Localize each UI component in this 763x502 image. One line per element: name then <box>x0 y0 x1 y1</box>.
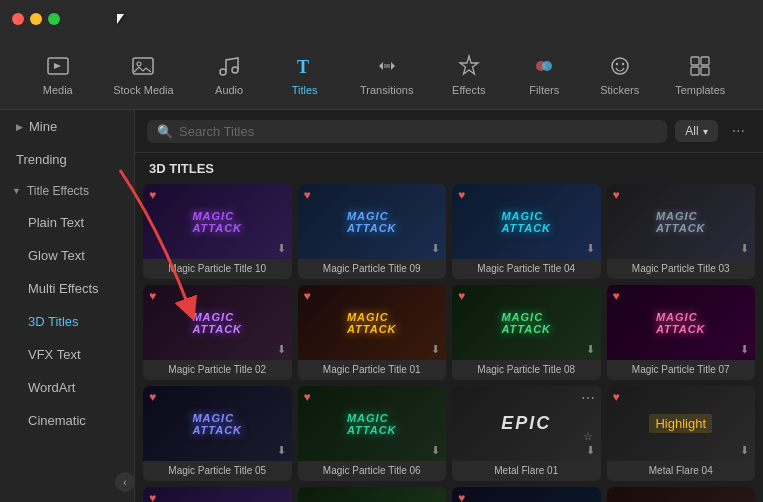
grid-item-mf04[interactable]: ♥ Highlight ⬇ Metal Flare 04 <box>607 386 756 481</box>
options-icon[interactable]: ⋯ <box>581 390 595 406</box>
heart-icon: ♥ <box>304 188 311 202</box>
download-icon[interactable]: ⬇ <box>586 444 595 457</box>
thumb-gf: Golden Flare <box>298 487 447 502</box>
sidebar-item-multi-effects[interactable]: Multi Effects <box>0 272 134 305</box>
download-icon[interactable]: ⬇ <box>277 444 286 457</box>
heart-icon: ♥ <box>613 289 620 303</box>
grid-item-pf[interactable]: ♥ PixelFlare Pixel Flare <box>452 487 601 502</box>
download-icon[interactable]: ⬇ <box>277 242 286 255</box>
toolbar-titles[interactable]: T Titles <box>275 46 335 102</box>
download-icon[interactable]: ⬇ <box>586 343 595 356</box>
toolbar-audio[interactable]: Audio <box>199 46 259 102</box>
sidebar-label-title-effects: Title Effects <box>27 184 89 198</box>
download-icon[interactable]: ⬇ <box>431 242 440 255</box>
item-label-mp01: Magic Particle Title 01 <box>298 360 447 380</box>
grid-item-mp08[interactable]: ♥ MAGICATTACK ⬇ Magic Particle Title 08 <box>452 285 601 380</box>
download-icon[interactable]: ⬇ <box>431 444 440 457</box>
item-label-mp04: Magic Particle Title 04 <box>452 259 601 279</box>
grid-item-gm[interactable]: GAME Game <box>607 487 756 502</box>
titles-icon: T <box>291 52 319 80</box>
more-options-button[interactable]: ··· <box>726 118 751 144</box>
grid-item-mp10[interactable]: ♥ MAGICATTACK ⬇ Magic Particle Title 10 <box>143 184 292 279</box>
thumb-mp08: ♥ MAGICATTACK ⬇ <box>452 285 601 360</box>
toolbar-filters[interactable]: Filters <box>514 46 574 102</box>
download-icon[interactable]: ⬇ <box>586 242 595 255</box>
grid-item-mp05[interactable]: ♥ MAGICATTACK ⬇ Magic Particle Title 05 <box>143 386 292 481</box>
maximize-button[interactable] <box>48 13 60 25</box>
minimize-button[interactable] <box>30 13 42 25</box>
sidebar-label-mine: Mine <box>29 119 57 134</box>
item-label-mf01: Metal Flare 01 <box>452 461 601 481</box>
sidebar-item-wordart[interactable]: WordArt <box>0 371 134 404</box>
download-icon[interactable]: ⬇ <box>740 242 749 255</box>
grid-item-mf01[interactable]: ⋯ EPIC ⬇ ☆ Metal Flare 01 <box>452 386 601 481</box>
download-icon[interactable]: ⬇ <box>277 343 286 356</box>
sidebar-item-glow-text[interactable]: Glow Text <box>0 239 134 272</box>
titles-label: Titles <box>292 84 318 96</box>
sidebar-item-3d-titles[interactable]: 3D Titles <box>0 305 134 338</box>
transitions-icon <box>373 52 401 80</box>
content-area: 🔍 All ▾ ··· 3D TITLES ♥ MAGICATTACK <box>135 110 763 502</box>
sidebar-label-plain-text: Plain Text <box>28 215 84 230</box>
chevron-down-icon: ▼ <box>12 186 21 196</box>
stickers-icon <box>606 52 634 80</box>
item-label-mp10: Magic Particle Title 10 <box>143 259 292 279</box>
item-label-mp03: Magic Particle Title 03 <box>607 259 756 279</box>
thumb-mf01: ⋯ EPIC ⬇ ☆ <box>452 386 601 461</box>
sidebar-item-mine[interactable]: ▶ Mine <box>0 110 134 143</box>
grid-item-mp09[interactable]: ♥ MAGICATTACK ⬇ Magic Particle Title 09 <box>298 184 447 279</box>
svg-point-10 <box>616 62 618 64</box>
grid-item-mp04[interactable]: ♥ MAGICATTACK ⬇ Magic Particle Title 04 <box>452 184 601 279</box>
download-icon[interactable]: ⬇ <box>740 444 749 457</box>
audio-icon <box>215 52 243 80</box>
filter-label: All <box>685 124 698 138</box>
filter-button[interactable]: All ▾ <box>675 120 717 142</box>
sidebar-collapse-button[interactable]: ‹ <box>115 472 135 492</box>
stock-media-label: Stock Media <box>113 84 174 96</box>
media-label: Media <box>43 84 73 96</box>
toolbar-stock-media[interactable]: Stock Media <box>103 46 184 102</box>
toolbar-effects[interactable]: Effects <box>439 46 499 102</box>
svg-point-3 <box>220 69 226 75</box>
search-icon: 🔍 <box>157 124 173 139</box>
item-label-mp07: Magic Particle Title 07 <box>607 360 756 380</box>
thumb-mp04: ♥ MAGICATTACK ⬇ <box>452 184 601 259</box>
close-button[interactable] <box>12 13 24 25</box>
toolbar: Media Stock Media Audio T Titles <box>0 38 763 110</box>
grid-item-sd[interactable]: ♥ Star Dust Star Dust <box>143 487 292 502</box>
svg-point-8 <box>542 61 552 71</box>
sidebar-item-cinematic[interactable]: Cinematic <box>0 404 134 437</box>
grid-item-mp02[interactable]: ♥ MAGICATTACK ⬇ Magic Particle Title 02 <box>143 285 292 380</box>
search-input-wrap[interactable]: 🔍 <box>147 120 667 143</box>
filters-icon <box>530 52 558 80</box>
window-controls <box>12 13 60 25</box>
download-icon[interactable]: ⬇ <box>431 343 440 356</box>
sidebar-item-vfx-text[interactable]: VFX Text <box>0 338 134 371</box>
heart-icon: ♥ <box>149 289 156 303</box>
filters-label: Filters <box>529 84 559 96</box>
sidebar-label-cinematic: Cinematic <box>28 413 86 428</box>
sidebar-item-trending[interactable]: Trending <box>0 143 134 176</box>
thumb-mp10: ♥ MAGICATTACK ⬇ <box>143 184 292 259</box>
chevron-right-icon: ▶ <box>16 122 23 132</box>
sidebar-item-plain-text[interactable]: Plain Text <box>0 206 134 239</box>
toolbar-templates[interactable]: Templates <box>665 46 735 102</box>
grid-item-mp07[interactable]: ♥ MAGICATTACK ⬇ Magic Particle Title 07 <box>607 285 756 380</box>
toolbar-media[interactable]: Media <box>28 46 88 102</box>
grid-item-mp06[interactable]: ♥ MAGICATTACK ⬇ Magic Particle Title 06 <box>298 386 447 481</box>
svg-rect-15 <box>701 67 709 75</box>
grid-item-mp03[interactable]: ♥ MAGICATTACK ⬇ Magic Particle Title 03 <box>607 184 756 279</box>
sidebar-section-title-effects[interactable]: ▼ Title Effects <box>0 176 134 206</box>
templates-icon <box>686 52 714 80</box>
grid-item-mp01[interactable]: ♥ MAGICATTACK ⬇ Magic Particle Title 01 <box>298 285 447 380</box>
grid-item-gf[interactable]: Golden Flare Golden Flare <box>298 487 447 502</box>
chevron-left-icon: ‹ <box>123 477 126 488</box>
audio-label: Audio <box>215 84 243 96</box>
toolbar-stickers[interactable]: Stickers <box>590 46 650 102</box>
download-icon[interactable]: ⬇ <box>740 343 749 356</box>
item-label-mp09: Magic Particle Title 09 <box>298 259 447 279</box>
thumb-pf: ♥ PixelFlare <box>452 487 601 502</box>
thumb-mf04: ♥ Highlight ⬇ <box>607 386 756 461</box>
search-input[interactable] <box>179 124 657 139</box>
toolbar-transitions[interactable]: Transitions <box>350 46 423 102</box>
